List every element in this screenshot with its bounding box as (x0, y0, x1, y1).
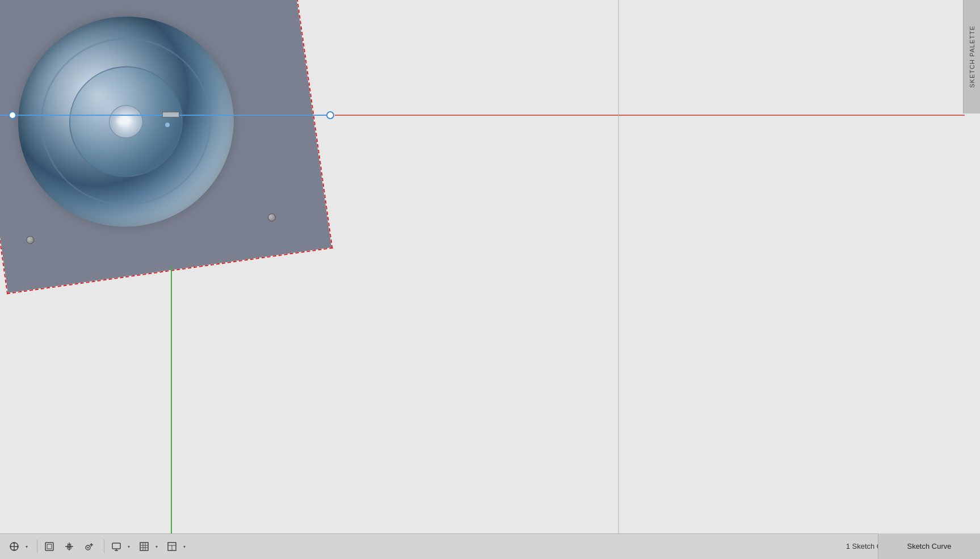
toolbar-group-move: ▾ (6, 539, 31, 554)
grid-dropdown[interactable]: ▾ (153, 539, 161, 554)
svg-rect-7 (45, 543, 53, 550)
display-settings-button[interactable] (108, 539, 125, 554)
move-select-icon (9, 541, 19, 552)
move-select-button[interactable] (6, 539, 23, 554)
svg-point-11 (87, 547, 89, 549)
layout-dropdown[interactable]: ▾ (180, 539, 188, 554)
canvas-area: SKETCH PALETTE (0, 0, 980, 533)
photo-container (0, 0, 333, 294)
toolbar-group-grid: ▾ (136, 539, 161, 554)
toolbar-group-pan (61, 539, 78, 554)
grid-icon (139, 541, 149, 552)
svg-rect-17 (140, 543, 148, 550)
bottom-toolbar: ▾ (0, 533, 980, 559)
separator-1 (37, 540, 37, 553)
toolbar-group-layout: ▾ (163, 539, 188, 554)
layout-button[interactable] (163, 539, 180, 554)
add-point-button[interactable] (81, 539, 98, 554)
layout-icon (167, 541, 177, 552)
svg-rect-14 (112, 543, 120, 549)
sketch-curve-button[interactable]: Sketch Curve (878, 533, 980, 559)
resistor-symbol (162, 112, 179, 117)
display-settings-icon (111, 541, 121, 552)
pan-button[interactable] (61, 539, 78, 554)
fit-view-button[interactable] (41, 539, 58, 554)
svg-rect-8 (47, 544, 52, 549)
sketch-palette-panel[interactable]: SKETCH PALETTE (963, 0, 980, 114)
toolbar-group-fit (41, 539, 58, 554)
toolbar-group-addpoint (81, 539, 98, 554)
sketch-palette-label: SKETCH PALETTE (969, 26, 975, 88)
photo-inner (0, 0, 331, 293)
axis-constraint-icon (161, 109, 180, 120)
move-select-dropdown[interactable]: ▾ (23, 539, 31, 554)
fit-view-icon (44, 541, 54, 552)
display-settings-dropdown[interactable]: ▾ (125, 539, 133, 554)
grid-button[interactable] (136, 539, 153, 554)
toolbar-group-display: ▾ (108, 539, 133, 554)
separator-2 (104, 540, 104, 553)
add-point-icon (84, 541, 94, 552)
pan-icon (64, 541, 74, 552)
blue-line-right-endpoint (327, 112, 334, 119)
